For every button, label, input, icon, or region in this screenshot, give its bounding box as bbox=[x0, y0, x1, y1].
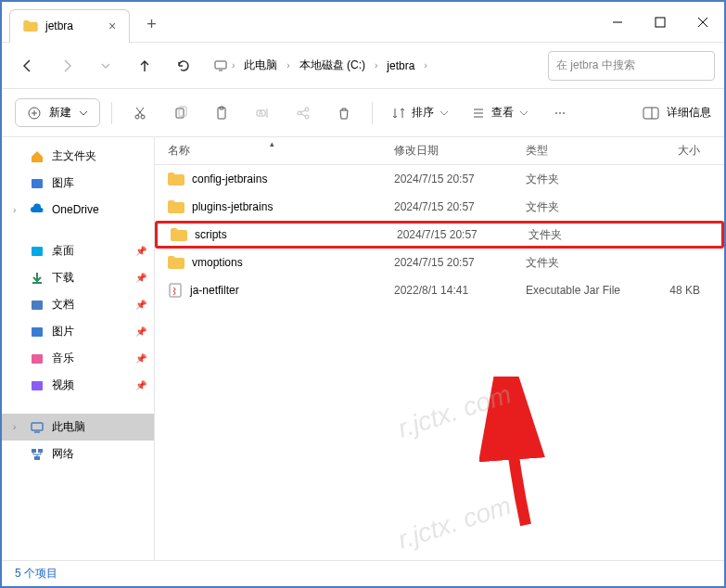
pin-icon: 📌 bbox=[135, 380, 146, 390]
monitor-icon bbox=[213, 58, 228, 73]
file-row[interactable]: scripts2024/7/15 20:57文件夹 bbox=[155, 221, 724, 249]
breadcrumb-item[interactable]: 此电脑 bbox=[238, 54, 283, 77]
sidebar-item-label: 文档 bbox=[52, 297, 74, 313]
tab-title: jetbra bbox=[45, 19, 73, 32]
svg-rect-28 bbox=[643, 108, 658, 119]
sidebar-item[interactable]: 音乐📌 bbox=[2, 345, 154, 372]
rename-button[interactable]: A bbox=[246, 96, 279, 130]
cut-button[interactable] bbox=[123, 96, 157, 130]
share-button[interactable] bbox=[287, 96, 320, 130]
sidebar-item[interactable]: 视频📌 bbox=[2, 372, 154, 399]
window-tab[interactable]: jetbra × bbox=[9, 9, 130, 43]
folder-icon bbox=[168, 173, 185, 185]
column-type[interactable]: 类型 bbox=[526, 143, 644, 159]
tab-close-icon[interactable]: × bbox=[108, 19, 116, 33]
file-row[interactable]: ja-netfilter2022/8/1 14:41Executable Jar… bbox=[155, 276, 724, 304]
video-icon bbox=[30, 378, 45, 393]
maximize-button[interactable] bbox=[639, 7, 681, 37]
delete-button[interactable] bbox=[327, 96, 361, 130]
pin-icon: 📌 bbox=[135, 326, 146, 337]
more-button[interactable]: ⋯ bbox=[543, 96, 577, 130]
sidebar-item[interactable]: 下载📌 bbox=[2, 264, 154, 291]
new-button[interactable]: 新建 bbox=[15, 98, 100, 127]
chevron-down-icon bbox=[519, 109, 529, 118]
file-date: 2024/7/15 20:57 bbox=[394, 173, 526, 185]
svg-text:A: A bbox=[259, 109, 263, 116]
svg-rect-34 bbox=[32, 354, 43, 364]
new-tab-button[interactable]: + bbox=[146, 15, 157, 34]
chevron-right-icon: › bbox=[13, 422, 16, 432]
up-button[interactable] bbox=[128, 49, 161, 83]
svg-rect-4 bbox=[215, 61, 226, 69]
search-input[interactable]: 在 jetbra 中搜索 bbox=[548, 51, 715, 81]
column-size[interactable]: 大小 bbox=[644, 143, 700, 159]
view-button[interactable]: 查看 bbox=[464, 99, 536, 126]
cloud-icon bbox=[30, 202, 45, 217]
titlebar: jetbra × + bbox=[2, 2, 724, 43]
breadcrumb[interactable]: › 此电脑 › 本地磁盘 (C:) › jetbra › bbox=[206, 50, 542, 82]
back-button[interactable] bbox=[11, 49, 45, 83]
toolbar: 新建 A 排序 查看 ⋯ 详细信息 bbox=[2, 89, 724, 137]
sidebar: 主文件夹图库›OneDrive桌面📌下载📌文档📌图片📌音乐📌视频📌›此电脑网络 bbox=[2, 137, 155, 560]
file-name: vmoptions bbox=[192, 256, 243, 269]
picture-icon bbox=[30, 325, 45, 339]
separator bbox=[372, 102, 373, 124]
close-button[interactable] bbox=[681, 7, 724, 37]
pc-icon bbox=[30, 420, 45, 435]
sidebar-item-label: 音乐 bbox=[52, 351, 74, 366]
sort-indicator-icon: ▴ bbox=[270, 139, 274, 148]
breadcrumb-item[interactable]: jetbra bbox=[381, 56, 420, 76]
column-headers: 名称▴ 修改日期 类型 大小 bbox=[155, 137, 724, 165]
sidebar-item-label: 主文件夹 bbox=[52, 148, 96, 164]
list-icon bbox=[471, 106, 486, 121]
sidebar-item[interactable]: 文档📌 bbox=[2, 291, 154, 318]
navbar: › 此电脑 › 本地磁盘 (C:) › jetbra › 在 jetbra 中搜… bbox=[2, 43, 724, 89]
svg-rect-38 bbox=[32, 449, 36, 453]
sidebar-item[interactable]: 图库 bbox=[2, 170, 154, 197]
chevron-right-icon: › bbox=[424, 60, 427, 70]
window-controls bbox=[596, 7, 724, 37]
pin-icon: 📌 bbox=[135, 246, 146, 256]
sidebar-item[interactable]: 主文件夹 bbox=[2, 143, 154, 170]
file-row[interactable]: plugins-jetbrains2024/7/15 20:57文件夹 bbox=[155, 193, 724, 221]
paste-button[interactable] bbox=[205, 96, 238, 130]
sort-button[interactable]: 排序 bbox=[384, 99, 456, 126]
view-label: 查看 bbox=[491, 105, 514, 121]
file-date: 2024/7/15 20:57 bbox=[394, 200, 526, 213]
minimize-button[interactable] bbox=[596, 7, 639, 37]
column-date[interactable]: 修改日期 bbox=[394, 143, 526, 159]
sidebar-item-label: 桌面 bbox=[52, 243, 74, 259]
column-name[interactable]: 名称▴ bbox=[168, 143, 394, 159]
sidebar-item[interactable]: ›OneDrive bbox=[2, 197, 154, 223]
breadcrumb-item[interactable]: 本地磁盘 (C:) bbox=[294, 54, 371, 77]
new-label: 新建 bbox=[49, 105, 71, 121]
file-type: 文件夹 bbox=[529, 227, 647, 243]
sidebar-item[interactable]: 网络 bbox=[2, 441, 154, 467]
chevron-down-icon bbox=[79, 109, 88, 118]
details-button[interactable]: 详细信息 bbox=[643, 105, 711, 121]
sort-icon bbox=[391, 106, 406, 121]
pin-icon: 📌 bbox=[135, 300, 146, 310]
details-label: 详细信息 bbox=[667, 105, 711, 121]
svg-line-24 bbox=[301, 114, 305, 116]
chevron-down-icon[interactable] bbox=[89, 49, 122, 83]
sort-label: 排序 bbox=[412, 105, 434, 121]
pin-icon: 📌 bbox=[135, 353, 146, 364]
copy-button[interactable] bbox=[164, 96, 197, 130]
svg-rect-1 bbox=[656, 18, 665, 27]
forward-button[interactable] bbox=[50, 49, 83, 83]
sidebar-item-label: 网络 bbox=[52, 446, 74, 462]
music-icon bbox=[30, 352, 45, 366]
file-row[interactable]: vmoptions2024/7/15 20:57文件夹 bbox=[155, 249, 724, 276]
file-name: ja-netfilter bbox=[190, 284, 239, 297]
details-icon bbox=[643, 107, 659, 120]
download-icon bbox=[30, 271, 45, 286]
refresh-button[interactable] bbox=[167, 49, 200, 83]
svg-rect-39 bbox=[38, 449, 43, 453]
sidebar-item[interactable]: ›此电脑 bbox=[2, 414, 154, 441]
sidebar-item[interactable]: 桌面📌 bbox=[2, 237, 154, 264]
sidebar-item[interactable]: 图片📌 bbox=[2, 318, 154, 345]
network-icon bbox=[30, 447, 45, 462]
file-row[interactable]: config-jetbrains2024/7/15 20:57文件夹 bbox=[155, 165, 724, 193]
file-date: 2024/7/15 20:57 bbox=[397, 228, 529, 241]
